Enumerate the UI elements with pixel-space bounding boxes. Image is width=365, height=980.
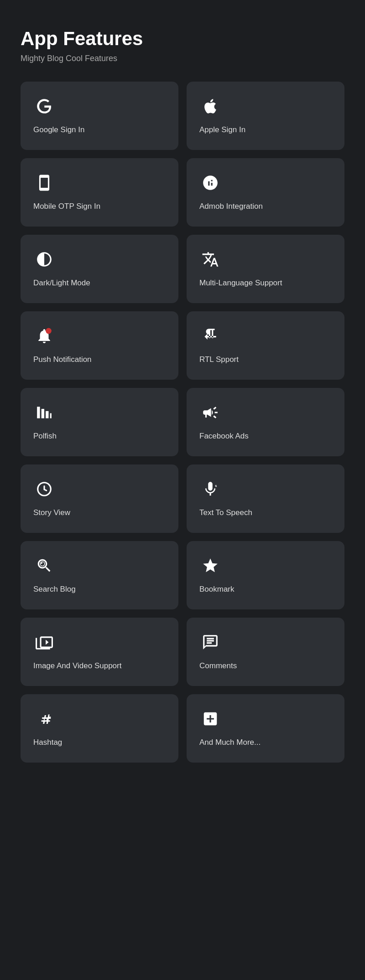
feature-card-push-notification[interactable]: Push Notification — [21, 311, 178, 380]
svg-rect-1 — [37, 407, 40, 418]
feature-card-google-sign-in[interactable]: Google Sign In — [21, 82, 178, 150]
text-to-speech-label: Text To Speech — [199, 508, 252, 517]
feature-card-admob-integration[interactable]: Admob Integration — [187, 158, 344, 227]
image-video-support-label: Image And Video Support — [33, 661, 121, 671]
feature-card-dark-light-mode[interactable]: Dark/Light Mode — [21, 235, 178, 303]
bookmark-label: Bookmark — [199, 585, 235, 594]
google-sign-in-icon — [33, 95, 55, 117]
mobile-otp-sign-in-label: Mobile OTP Sign In — [33, 202, 100, 211]
feature-card-hashtag[interactable]: Hashtag — [21, 694, 178, 763]
feature-card-story-view[interactable]: Story View — [21, 464, 178, 533]
feature-card-comments[interactable]: Comments — [187, 618, 344, 686]
search-blog-icon — [33, 555, 55, 577]
dark-light-mode-icon — [33, 248, 55, 270]
feature-card-rtl-support[interactable]: RTL Spport — [187, 311, 344, 380]
image-video-support-icon — [33, 631, 55, 653]
dark-light-mode-label: Dark/Light Mode — [33, 279, 90, 288]
svg-point-0 — [46, 328, 52, 334]
feature-card-text-to-speech[interactable]: Text To Speech — [187, 464, 344, 533]
polfish-label: Polfish — [33, 432, 57, 441]
google-sign-in-label: Google Sign In — [33, 125, 84, 134]
feature-card-bookmark[interactable]: Bookmark — [187, 541, 344, 609]
polfish-icon — [33, 402, 55, 423]
page-container: App Features Mighty Blog Cool Features G… — [0, 0, 365, 790]
feature-card-mobile-otp-sign-in[interactable]: Mobile OTP Sign In — [21, 158, 178, 227]
feature-card-image-video-support[interactable]: Image And Video Support — [21, 618, 178, 686]
rtl-support-icon — [199, 325, 221, 347]
mobile-otp-sign-in-icon — [33, 172, 55, 194]
admob-integration-icon — [199, 172, 221, 194]
features-grid: Google Sign InApple Sign InMobile OTP Si… — [21, 82, 344, 763]
admob-integration-label: Admob Integration — [199, 202, 263, 211]
and-more-label: And Much More... — [199, 738, 261, 747]
hashtag-icon — [33, 708, 55, 730]
feature-card-apple-sign-in[interactable]: Apple Sign In — [187, 82, 344, 150]
story-view-label: Story View — [33, 508, 70, 517]
feature-card-facebook-ads[interactable]: Facebook Ads — [187, 388, 344, 456]
hashtag-label: Hashtag — [33, 738, 62, 747]
text-to-speech-icon — [199, 478, 221, 500]
search-blog-label: Search Blog — [33, 585, 76, 594]
story-view-icon — [33, 478, 55, 500]
push-notification-icon — [33, 325, 55, 347]
feature-card-polfish[interactable]: Polfish — [21, 388, 178, 456]
apple-sign-in-label: Apple Sign In — [199, 125, 245, 134]
svg-rect-2 — [42, 409, 44, 418]
multi-language-support-label: Multi-Language Support — [199, 279, 282, 288]
page-subtitle: Mighty Blog Cool Features — [21, 54, 344, 63]
facebook-ads-label: Facebook Ads — [199, 432, 249, 441]
and-more-icon — [199, 708, 221, 730]
multi-language-support-icon — [199, 248, 221, 270]
feature-card-search-blog[interactable]: Search Blog — [21, 541, 178, 609]
header: App Features Mighty Blog Cool Features — [21, 27, 344, 63]
push-notification-label: Push Notification — [33, 355, 92, 364]
comments-label: Comments — [199, 661, 237, 671]
facebook-ads-icon — [199, 402, 221, 423]
feature-card-and-more[interactable]: And Much More... — [187, 694, 344, 763]
rtl-support-label: RTL Spport — [199, 355, 239, 364]
page-title: App Features — [21, 27, 344, 50]
bookmark-icon — [199, 555, 221, 577]
feature-card-multi-language-support[interactable]: Multi-Language Support — [187, 235, 344, 303]
svg-rect-3 — [46, 411, 48, 418]
comments-icon — [199, 631, 221, 653]
apple-sign-in-icon — [199, 95, 221, 117]
svg-rect-4 — [50, 413, 52, 418]
